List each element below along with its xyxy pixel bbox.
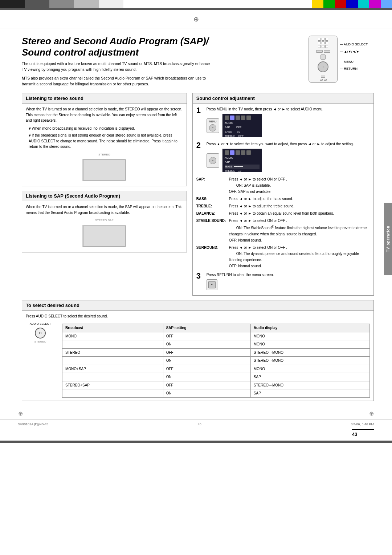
remote-box: +: [309, 36, 338, 83]
color-ltblue: [381, 0, 392, 8]
left-crosshair: ⊕: [18, 410, 23, 417]
audio-select-button: ○: [35, 328, 46, 339]
cell-broadcast: [62, 357, 163, 365]
cell-broadcast: [62, 373, 163, 381]
right-color-blocks: [312, 0, 392, 8]
color-gray: [49, 0, 74, 8]
intro-para1: The unit is equipped with a feature know…: [22, 61, 211, 73]
table-row: STEREO+SAP OFF STEREO→MONO: [62, 381, 370, 389]
bottom-stripe: [0, 441, 392, 443]
step-2-dpad: +: [209, 157, 216, 164]
listening-stereo-header: Listening to stereo sound: [22, 93, 187, 104]
tv-operation-label: TV operation: [386, 226, 390, 252]
stereo-bullet1: When mono broadcasting is received, no i…: [29, 126, 183, 131]
right-crosshair: ⊕: [369, 410, 374, 417]
step-2-number: 2: [196, 141, 203, 149]
step-3-number: 3: [196, 272, 203, 280]
title-section: Stereo and Second Audio Program (SAP)/ S…: [22, 36, 374, 87]
cell-sap: ON: [163, 340, 250, 349]
listening-sap-header: Listening to SAP (Second Audio Program): [22, 191, 187, 201]
tv-operation-sidebar: TV operation: [384, 203, 392, 275]
remote-dots-grid: [318, 38, 328, 48]
color-red: [335, 0, 346, 8]
step-1-text: Press MENU in the TV mode, then press ◄ …: [207, 106, 370, 112]
cell-sap: OFF: [163, 332, 250, 340]
detail-stable: STABLE SOUND: Press ◄ or ► to select ON …: [196, 218, 370, 243]
right-column: Sound control adjustment 1 Press MENU in…: [192, 93, 374, 295]
remote-labels: — AUDIO SELECT — ▲/▼/◄/► — MENU — RETURN: [340, 41, 368, 83]
step-2: 2 Press ▲ or ▼ to select the item you wa…: [196, 141, 370, 174]
listening-stereo-body: When the TV is turned on or a channel se…: [22, 104, 187, 186]
title-line1: Stereo and Second Audio Program (SAP)/: [22, 36, 209, 46]
step-1-mockup: MENU +: [207, 114, 370, 137]
cell-broadcast: MONO+SAP: [62, 365, 163, 373]
detail-surround-label: SURROUND:: [196, 244, 227, 269]
color-green: [323, 0, 335, 8]
stereo-tv-label: STEREO: [26, 153, 183, 157]
color-lgray: [74, 0, 99, 8]
sap-tv-display: [82, 225, 126, 247]
table-row: MONO OFF MONO: [62, 332, 370, 340]
to-select-body: Press AUDIO SELECT to select the desired…: [22, 311, 373, 401]
cell-display: SAP: [250, 373, 369, 381]
to-select-header: To select desired sound: [22, 300, 373, 311]
detail-surround: SURROUND: Press ◄ or ► to select ON or O…: [196, 244, 370, 269]
sound-control-details: SAP: Press ◄ or ► to select ON or OFF . …: [196, 176, 370, 269]
cell-broadcast: STEREO: [62, 348, 163, 357]
doc-id: 5V90101A [E]p40-45: [18, 422, 48, 426]
step-1-remote: MENU +: [207, 118, 219, 133]
step-1-dpad: +: [209, 124, 216, 131]
color-dgray: [25, 0, 49, 8]
table-row: ON MONO: [62, 340, 370, 349]
cell-broadcast: MONO: [62, 332, 163, 340]
cell-broadcast: [62, 340, 163, 349]
detail-treble-text: Press ◄ or ► to adjust the treble sound.: [229, 203, 370, 209]
cell-display: MONO: [250, 332, 369, 340]
cell-sap: OFF: [163, 365, 250, 373]
audio-table: Broadcast SAP setting Audio display MONO…: [62, 324, 370, 398]
cell-display: STEREO→MONO: [250, 357, 369, 365]
step-3: 3 Press RETURN to clear the menu screen.…: [196, 272, 370, 290]
audio-select-label: AUDIO SELECT: [26, 322, 55, 326]
col-broadcast: Broadcast: [62, 324, 163, 332]
audio-table-container: Broadcast SAP setting Audio display MONO…: [62, 322, 370, 398]
remote-illustration: + — AUDIO SELECT — ▲/▼/◄/► — MENU — RETU…: [309, 36, 374, 83]
bottom-markers: ⊕ ⊕: [0, 408, 392, 419]
intro-para2: MTS also provides an extra channel calle…: [22, 76, 211, 87]
to-select-section: To select desired sound Press AUDIO SELE…: [22, 300, 374, 401]
detail-surround-text: Press ◄ or ► to select ON or OFF . ON: T…: [229, 244, 370, 269]
cell-sap: ON: [163, 373, 250, 381]
cell-display: SAP: [250, 389, 369, 398]
color-magenta: [369, 0, 380, 8]
table-row: ON STEREO→MONO: [62, 357, 370, 365]
page-number-box: 43: [352, 429, 374, 439]
step-2-remote: +: [207, 153, 219, 168]
listening-sap-section: Listening to SAP (Second Audio Program) …: [22, 191, 187, 252]
step-2-text: Press ▲ or ▼ to select the item you want…: [207, 141, 370, 147]
col-sap: SAP setting: [163, 324, 250, 332]
stereo-description: When the TV is turned on or a channel se…: [26, 106, 183, 123]
cell-sap: OFF: [163, 348, 250, 357]
remote-dpad: +: [318, 61, 328, 72]
detail-bass-label: BASS:: [196, 196, 227, 202]
detail-stable-label: STABLE SOUND:: [196, 218, 227, 243]
step-2-mockup: +: [207, 149, 370, 172]
detail-balance-label: BALANCE:: [196, 210, 227, 216]
step-2-content: Press ▲ or ▼ to select the item you want…: [207, 141, 370, 174]
title-line2: Sound control adjustment: [22, 47, 139, 58]
detail-sap-label: SAP:: [196, 176, 227, 195]
top-crosshair: ⊕: [193, 15, 199, 23]
bottom-bar: 5V90101A [E]p40-45 43 8/4/06, 5:46 PM: [0, 419, 392, 429]
table-row: STEREO OFF STEREO→MONO: [62, 348, 370, 357]
page-title: Stereo and Second Audio Program (SAP)/ S…: [22, 36, 301, 58]
cell-broadcast: [62, 389, 163, 398]
sound-control-section: Sound control adjustment 1 Press MENU in…: [192, 93, 374, 295]
top-color-bar-container: [0, 0, 392, 8]
to-select-instruction: Press AUDIO SELECT to select the desired…: [26, 313, 370, 319]
listening-stereo-section: Listening to stereo sound When the TV is…: [22, 93, 187, 186]
cell-display: MONO: [250, 365, 369, 373]
sap-description: When the TV is turned on or a channel se…: [26, 204, 183, 215]
step-1-content: Press MENU in the TV mode, then press ◄ …: [207, 106, 370, 139]
title-text-area: Stereo and Second Audio Program (SAP)/ S…: [22, 36, 301, 87]
detail-balance: BALANCE: Press ◄ or ► to obtain an equal…: [196, 210, 370, 216]
